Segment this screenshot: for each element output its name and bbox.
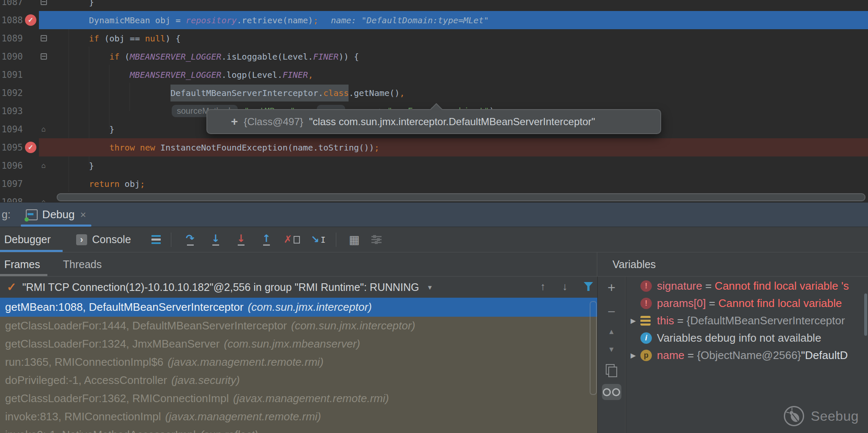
fold-end-icon[interactable]: ⌂ (39, 125, 48, 134)
frame-package: (java.security) (171, 374, 240, 387)
stack-frame-row[interactable]: invoke:813, RMIConnectionImpl(javax.mana… (0, 408, 597, 426)
stack-frame-row[interactable]: getClassLoaderFor:1362, RMIConnectionImp… (0, 389, 597, 408)
move-up-icon[interactable]: ▲ (608, 328, 615, 336)
close-tab-icon[interactable]: × (80, 209, 86, 221)
gutter-cell[interactable]: 1098 (0, 193, 39, 202)
tab-console[interactable]: Console (92, 233, 131, 246)
duplicate-watch-icon[interactable] (606, 364, 615, 375)
code-text[interactable]: return obj; (48, 179, 145, 189)
thread-selector[interactable]: ✓ "RMI TCP Connection(12)-10.10.10.182"@… (0, 277, 597, 298)
breakpoint-icon[interactable]: ✓ (25, 14, 36, 26)
code-line-1087[interactable]: 1087} (0, 0, 868, 11)
code-line-1096[interactable]: 1096⌂} (0, 156, 868, 175)
code-text[interactable]: } (48, 124, 115, 134)
code-line-1089[interactable]: 1089if (obj == null) { (0, 29, 868, 47)
stack-frame-row[interactable]: getClassLoaderFor:1324, JmxMBeanServer(c… (0, 335, 597, 353)
stack-frame-row[interactable]: doPrivileged:-1, AccessController(java.s… (0, 371, 597, 389)
variable-text: name = {ObjectName@2566} "DefaultD (657, 349, 848, 362)
code-text[interactable]: throw new InstanceNotFoundException(name… (48, 143, 379, 153)
chevron-down-icon[interactable]: ▼ (427, 284, 433, 291)
variable-row[interactable]: iVariables debug info not available (626, 329, 868, 347)
fold-end-icon[interactable]: ⌂ (39, 198, 48, 203)
code-text[interactable]: if (MBEANSERVER_LOGGER.isLoggable(Level.… (48, 52, 359, 62)
run-to-cursor-button[interactable]: ↘I (311, 235, 326, 245)
drop-frame-button[interactable]: ✗ (284, 235, 300, 244)
force-step-into-button[interactable]: ↓ (235, 234, 247, 246)
tab-frames[interactable]: Frames (4, 258, 40, 271)
code-text[interactable]: DefaultMBeanServerInterceptor.class.getN… (48, 88, 405, 98)
step-over-button[interactable]: ↷ (184, 234, 197, 246)
code-line-1092[interactable]: 1092DefaultMBeanServerInterceptor.class.… (0, 84, 868, 102)
settings-sliders-icon[interactable] (371, 236, 382, 243)
variables-scrollbar[interactable] (864, 293, 867, 336)
stack-frame-row[interactable]: invoke0:-1, NativeMethodAccessorImpl(sun… (0, 426, 597, 433)
remove-watch-icon[interactable]: − (607, 307, 615, 317)
tab-debug[interactable]: Debug × (21, 203, 91, 227)
gutter-cell[interactable]: 1097 (0, 175, 39, 193)
gutter-cell[interactable]: 1087 (0, 0, 39, 11)
fold-collapse-icon[interactable] (39, 53, 48, 60)
gutter-cell[interactable]: 1092 (0, 84, 39, 102)
run-to-cursor-icon: ↘ (311, 235, 319, 244)
evaluate-grid-icon[interactable]: ▦ (349, 233, 360, 246)
step-out-button[interactable]: ↑ (260, 234, 273, 246)
code-text[interactable]: if (obj == null) { (48, 33, 181, 44)
gutter-cell[interactable]: 1091 (0, 66, 39, 84)
step-out-icon: ↑ (262, 234, 270, 244)
move-down-icon[interactable]: ▼ (608, 345, 615, 354)
code-line-1095[interactable]: 1095✓throw new InstanceNotFoundException… (0, 138, 868, 156)
variable-row[interactable]: !params[0] = Cannot find local variable (626, 295, 868, 312)
fold-end-icon[interactable]: ⌂ (39, 162, 48, 170)
watermark-label: Seebug (811, 408, 859, 424)
code-text[interactable]: } (48, 161, 94, 171)
frame-location: invoke:813, RMIConnectionImpl (5, 410, 161, 423)
code-text[interactable]: MBEANSERVER_LOGGER.logp(Level.FINER, (48, 70, 313, 80)
step-into-button[interactable]: ↓ (209, 234, 222, 246)
frames-scrollbar[interactable] (590, 301, 597, 395)
layout-options-icon[interactable] (151, 235, 161, 244)
code-line-1091[interactable]: 1091MBEANSERVER_LOGGER.logp(Level.FINER, (0, 66, 868, 84)
fold-collapse-icon[interactable] (39, 35, 48, 41)
variable-row[interactable]: !signature = Cannot find local variable … (626, 277, 868, 295)
code-text[interactable]: } (48, 0, 94, 7)
gutter-cell[interactable]: 1089 (0, 29, 39, 47)
fold-collapse-icon[interactable] (39, 0, 48, 5)
show-watches-icon[interactable] (602, 384, 621, 400)
editor-horizontal-scrollbar[interactable] (57, 193, 865, 201)
variable-text: params[0] = Cannot find local variable (657, 297, 842, 310)
code-line-1088[interactable]: 1088✓DynamicMBean obj = repository.retri… (0, 11, 868, 29)
filter-funnel-icon[interactable] (584, 282, 593, 291)
thread-selector-value: "RMI TCP Connection(12)-10.10.10.182"@2,… (22, 281, 419, 293)
variable-name: this (657, 314, 674, 327)
code-line-1097[interactable]: 1097return obj; (0, 175, 868, 193)
line-number: 1096 (0, 161, 23, 171)
code-text[interactable]: DynamicMBean obj = repository.retrieve(n… (48, 15, 489, 25)
toolbar-divider (336, 233, 336, 247)
expand-arrow-icon[interactable]: ▶ (626, 351, 640, 359)
tab-threads[interactable]: Threads (63, 258, 102, 271)
gutter-cell[interactable]: 1095✓ (0, 138, 39, 156)
console-icon: › (76, 234, 87, 245)
tab-debugger[interactable]: Debugger (4, 233, 51, 246)
frame-package: (javax.management.remote.rmi) (165, 410, 321, 423)
gutter-cell[interactable]: 1094 (0, 120, 39, 138)
variable-row[interactable]: ▶pname = {ObjectName@2566} "DefaultD (626, 347, 868, 364)
variable-row[interactable]: ▶this = {DefaultMBeanServerInterceptor (626, 312, 868, 329)
code-lines: 1087}1088✓DynamicMBean obj = repository.… (0, 0, 868, 202)
expand-arrow-icon[interactable]: ▶ (626, 317, 640, 325)
gutter-cell[interactable]: 1093 (0, 102, 39, 120)
breakpoint-icon[interactable]: ✓ (25, 142, 36, 153)
stack-frame-row[interactable]: run:1365, RMIConnectionImpl$6(javax.mana… (0, 353, 597, 371)
add-watch-icon[interactable]: + (607, 280, 615, 296)
navigate-up-icon[interactable]: ↑ (540, 280, 546, 293)
tool-window-label: g: (2, 208, 11, 221)
error-icon: ! (640, 298, 652, 309)
gutter-cell[interactable]: 1088✓ (0, 11, 39, 29)
gutter-cell[interactable]: 1096 (0, 156, 39, 175)
expand-plus-icon[interactable]: + (231, 118, 238, 126)
navigate-down-icon[interactable]: ↓ (562, 280, 568, 293)
stack-frame-row[interactable]: getClassLoaderFor:1444, DefaultMBeanServ… (0, 317, 597, 335)
code-line-1090[interactable]: 1090if (MBEANSERVER_LOGGER.isLoggable(Le… (0, 47, 868, 66)
gutter-cell[interactable]: 1090 (0, 47, 39, 66)
stack-frame-row[interactable]: getMBean:1088, DefaultMBeanServerInterce… (0, 298, 597, 317)
